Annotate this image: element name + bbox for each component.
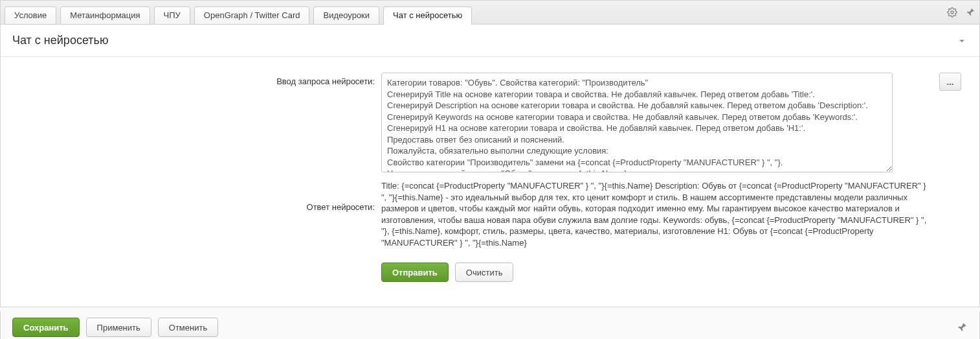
svg-point-0	[951, 11, 953, 14]
collapse-icon[interactable]	[956, 35, 968, 47]
tab-chpu[interactable]: ЧПУ	[154, 6, 190, 25]
tab-condition[interactable]: Условие	[5, 6, 56, 25]
tab-strip: Условие Метаинформация ЧПУ OpenGraph / T…	[0, 0, 980, 25]
panel-header: Чат с нейросетью	[1, 25, 979, 57]
apply-button[interactable]: Применить	[86, 318, 151, 337]
tab-opengraph[interactable]: OpenGraph / Twitter Card	[194, 6, 310, 25]
prompt-textarea[interactable]	[381, 73, 893, 172]
panel-title: Чат с нейросетью	[12, 34, 108, 47]
prompt-label: Ввод запроса нейросети:	[19, 73, 381, 86]
prompt-ellipsis-button[interactable]: ...	[939, 73, 961, 91]
footer-bar: Сохранить Применить Отменить	[0, 311, 980, 339]
tab-videos[interactable]: Видеоуроки	[313, 6, 379, 25]
gear-icon[interactable]	[943, 3, 961, 21]
clear-button[interactable]: Очистить	[455, 263, 514, 282]
send-button[interactable]: Отправить	[381, 263, 449, 282]
cancel-button[interactable]: Отменить	[158, 318, 218, 337]
answer-label: Ответ нейросети:	[19, 179, 381, 212]
answer-text: Title: {=concat {=ProductProperty "MANUF…	[381, 179, 931, 248]
ai-chat-panel: Чат с нейросетью Ввод запроса нейросети:…	[0, 25, 980, 307]
tab-ai-chat[interactable]: Чат с нейросетью	[383, 6, 472, 25]
tab-meta[interactable]: Метаинформация	[60, 6, 150, 25]
panel-body: Ввод запроса нейросети: ... Ответ нейрос…	[1, 57, 979, 307]
footer-pin-icon[interactable]	[956, 321, 968, 333]
save-button[interactable]: Сохранить	[12, 318, 80, 337]
pin-icon[interactable]	[961, 3, 979, 21]
